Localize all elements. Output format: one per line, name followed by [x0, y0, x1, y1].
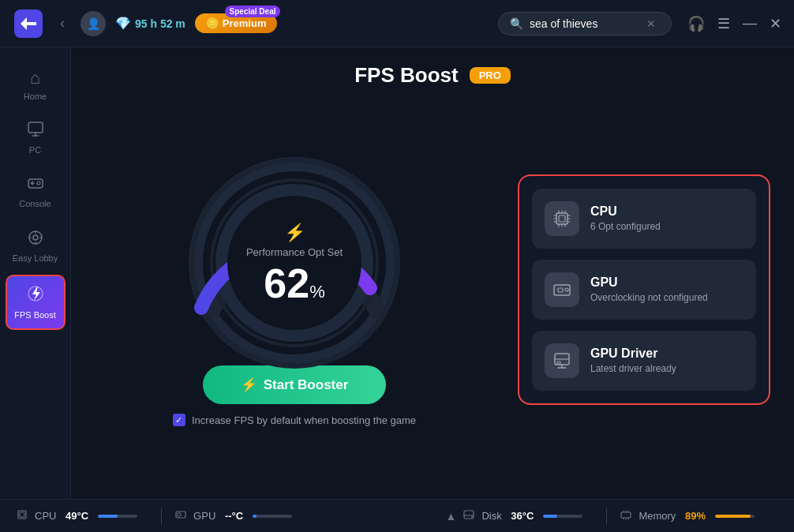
memory-stat-bar [715, 515, 755, 518]
cpu-subtitle: 6 Opt configured [590, 221, 661, 232]
gpu-stat: GPU --°C [174, 508, 316, 524]
cpu-stat-icon [16, 508, 28, 524]
cpu-icon [545, 201, 579, 236]
gems-display: 💎 95 h 52 m [115, 16, 185, 31]
gpu-driver-icon [545, 343, 579, 378]
avatar[interactable]: 👤 [81, 11, 106, 36]
sidebar-fps-boost-label: FPS Boost [14, 310, 56, 320]
cpu-stat-bar [98, 515, 137, 518]
optimization-panel: CPU 6 Opt configured GPU Overcl [518, 174, 770, 405]
gpu-driver-card[interactable]: GPU Driver Latest driver already [532, 331, 756, 391]
cpu-info: CPU 6 Opt configured [590, 204, 661, 232]
cpu-stat: CPU 49°C [16, 508, 161, 524]
memory-stat-icon [620, 508, 632, 524]
gpu-stat-value: --°C [225, 510, 243, 522]
gpu-icon [545, 272, 579, 307]
svg-rect-22 [178, 513, 181, 516]
sidebar-item-pc[interactable]: PC [6, 113, 66, 163]
special-deal-badge: Special Deal [225, 6, 281, 17]
svg-rect-20 [20, 512, 24, 517]
gpu-info: GPU Overclocking not configured [590, 275, 708, 303]
gems-value: 95 h 52 m [135, 17, 185, 30]
booster-section: ⚡ Start Booster ✓ Increase FPS by defaul… [173, 365, 416, 426]
console-icon [27, 174, 44, 196]
bolt-icon: ⚡ [246, 223, 343, 243]
gpu-stat-icon [174, 508, 187, 524]
close-icon[interactable]: ✕ [770, 15, 781, 32]
disk-stat-value: 36°C [511, 510, 534, 522]
search-icon: 🔍 [510, 17, 523, 30]
main-layout: ⌂ Home PC Console [0, 47, 794, 499]
fps-default-checkbox-row: ✓ Increase FPS by default when boosting … [173, 414, 416, 426]
disk-stat-bar [543, 515, 582, 518]
start-booster-label: Start Booster [264, 377, 349, 393]
page-header: FPS Boost PRO [71, 47, 794, 96]
coin-icon: 🪙 [206, 17, 219, 29]
gauge-widget: ⚡ Performance Opt Set 62 % [184, 152, 405, 373]
cpu-card[interactable]: CPU 6 Opt configured [532, 189, 756, 249]
headset-icon[interactable]: 🎧 [687, 15, 705, 32]
svg-point-16 [565, 288, 568, 291]
page-title: FPS Boost [354, 63, 458, 88]
sidebar-easy-lobby-label: Easy Lobby [13, 253, 58, 264]
content-area: FPS Boost PRO [71, 47, 794, 499]
sidebar-item-home[interactable]: ⌂ Home [6, 60, 66, 110]
topbar: ‹ 👤 💎 95 h 52 m 🪙 Premium Special Deal 🔍… [0, 0, 794, 47]
gpu-driver-title: GPU Driver [590, 347, 676, 361]
sidebar-item-easy-lobby[interactable]: Easy Lobby [6, 221, 66, 272]
svg-rect-18 [557, 362, 560, 364]
app-logo[interactable] [13, 8, 44, 39]
gauge-value: 62 [264, 263, 309, 304]
gpu-stat-bar [253, 515, 292, 518]
sidebar-item-console[interactable]: Console [6, 167, 66, 217]
svg-point-3 [37, 182, 40, 185]
premium-button[interactable]: 🪙 Premium Special Deal [195, 13, 278, 33]
menu-icon[interactable]: ☰ [717, 15, 730, 32]
gem-icon: 💎 [115, 16, 131, 31]
gauge-percent: % [309, 282, 325, 302]
cpu-stat-value: 49°C [66, 510, 88, 522]
sidebar-item-fps-boost[interactable]: FPS Boost [6, 275, 66, 330]
sidebar: ⌂ Home PC Console [0, 47, 71, 499]
bottom-status-bar: CPU 49°C GPU --°C ▲ Disk [0, 499, 794, 532]
gpu-subtitle: Overclocking not configured [590, 292, 708, 303]
memory-stat: Memory 89% [620, 508, 778, 524]
svg-point-24 [471, 516, 473, 518]
search-bar[interactable]: 🔍 ✕ [498, 12, 672, 36]
gauge-label: Performance Opt Set [246, 246, 343, 258]
search-input[interactable] [530, 17, 640, 30]
disk-stat: Disk 36°C [463, 508, 606, 524]
svg-rect-13 [559, 215, 565, 222]
gpu-driver-info: GPU Driver Latest driver already [590, 347, 676, 374]
gpu-driver-subtitle: Latest driver already [590, 363, 676, 374]
topbar-icons: 🎧 ☰ — ✕ [687, 15, 781, 32]
minimize-icon[interactable]: — [743, 15, 757, 32]
fps-boost-icon [26, 284, 45, 307]
svg-rect-25 [621, 512, 631, 518]
cpu-title: CPU [590, 204, 661, 219]
memory-stat-value: 89% [685, 510, 706, 522]
disk-stat-icon [463, 508, 475, 524]
svg-rect-15 [558, 288, 563, 292]
fps-default-checkbox[interactable]: ✓ [173, 414, 185, 426]
gauge-container: ⚡ Performance Opt Set 62 % ⚡ Start Boost… [95, 152, 494, 426]
scroll-up-icon[interactable]: ▲ [446, 510, 457, 523]
search-clear-button[interactable]: ✕ [646, 17, 656, 30]
gpu-card[interactable]: GPU Overclocking not configured [532, 260, 756, 320]
home-icon: ⌂ [30, 68, 40, 88]
svg-point-5 [33, 235, 38, 240]
sidebar-home-label: Home [24, 92, 47, 102]
pc-icon [27, 121, 44, 142]
main-area: ⚡ Performance Opt Set 62 % ⚡ Start Boost… [71, 96, 794, 499]
sidebar-pc-label: PC [29, 145, 41, 155]
pro-badge: PRO [470, 67, 511, 84]
gpu-title: GPU [590, 275, 708, 290]
premium-label: Premium [223, 17, 267, 29]
back-button[interactable]: ‹ [54, 12, 71, 35]
fps-default-label: Increase FPS by default when boosting th… [192, 414, 416, 426]
easy-lobby-icon [27, 229, 44, 250]
svg-rect-1 [28, 122, 43, 133]
svg-rect-14 [554, 285, 570, 295]
svg-rect-12 [556, 213, 567, 224]
gauge-center: ⚡ Performance Opt Set 62 % [246, 223, 343, 304]
